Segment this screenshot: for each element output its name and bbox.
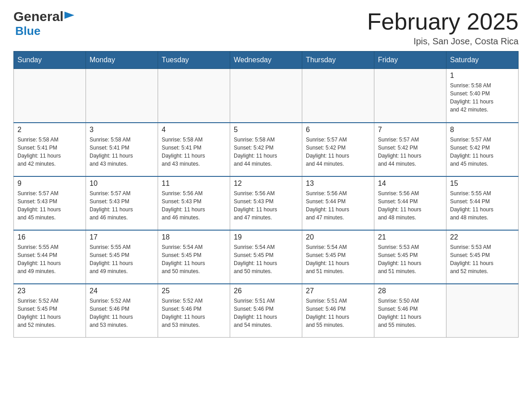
day-cell: 21Sunrise: 5:53 AMSunset: 5:45 PMDayligh… (374, 230, 446, 284)
days-of-week-row: Sunday Monday Tuesday Wednesday Thursday… (14, 51, 519, 69)
day-cell: 6Sunrise: 5:57 AMSunset: 5:42 PMDaylight… (302, 123, 374, 176)
day-cell: 24Sunrise: 5:52 AMSunset: 5:46 PMDayligh… (86, 284, 158, 338)
day-cell: 13Sunrise: 5:56 AMSunset: 5:44 PMDayligh… (302, 176, 374, 230)
week-row-5: 23Sunrise: 5:52 AMSunset: 5:45 PMDayligh… (14, 284, 519, 338)
day-cell: 14Sunrise: 5:56 AMSunset: 5:44 PMDayligh… (374, 176, 446, 230)
day-cell: 19Sunrise: 5:54 AMSunset: 5:45 PMDayligh… (230, 230, 302, 284)
week-row-1: 1Sunrise: 5:58 AMSunset: 5:40 PMDaylight… (14, 69, 519, 123)
day-info: Sunrise: 5:55 AMSunset: 5:45 PMDaylight:… (90, 243, 154, 275)
day-info: Sunrise: 5:51 AMSunset: 5:46 PMDaylight:… (306, 297, 370, 329)
title-area: February 2025 Ipis, San Jose, Costa Rica (367, 9, 519, 47)
day-cell: 20Sunrise: 5:54 AMSunset: 5:45 PMDayligh… (302, 230, 374, 284)
week-row-3: 9Sunrise: 5:57 AMSunset: 5:43 PMDaylight… (14, 176, 519, 230)
day-number: 10 (90, 180, 154, 188)
col-tuesday: Tuesday (158, 51, 230, 69)
day-number: 25 (162, 287, 226, 295)
location: Ipis, San Jose, Costa Rica (367, 36, 519, 47)
day-cell: 3Sunrise: 5:58 AMSunset: 5:41 PMDaylight… (86, 123, 158, 176)
day-number: 5 (234, 126, 298, 134)
day-info: Sunrise: 5:57 AMSunset: 5:42 PMDaylight:… (378, 136, 442, 168)
day-cell: 25Sunrise: 5:52 AMSunset: 5:46 PMDayligh… (158, 284, 230, 338)
day-info: Sunrise: 5:54 AMSunset: 5:45 PMDaylight:… (162, 243, 226, 275)
day-number: 20 (306, 233, 370, 241)
col-thursday: Thursday (302, 51, 374, 69)
day-cell: 8Sunrise: 5:57 AMSunset: 5:42 PMDaylight… (446, 123, 519, 176)
day-cell: 18Sunrise: 5:54 AMSunset: 5:45 PMDayligh… (158, 230, 230, 284)
day-info: Sunrise: 5:54 AMSunset: 5:45 PMDaylight:… (234, 243, 298, 275)
day-info: Sunrise: 5:58 AMSunset: 5:41 PMDaylight:… (90, 136, 154, 168)
day-number: 8 (450, 126, 515, 134)
day-cell: 4Sunrise: 5:58 AMSunset: 5:41 PMDaylight… (158, 123, 230, 176)
calendar-body: 1Sunrise: 5:58 AMSunset: 5:40 PMDaylight… (14, 69, 519, 338)
day-info: Sunrise: 5:50 AMSunset: 5:46 PMDaylight:… (378, 297, 442, 329)
day-info: Sunrise: 5:52 AMSunset: 5:46 PMDaylight:… (90, 297, 154, 329)
day-cell: 17Sunrise: 5:55 AMSunset: 5:45 PMDayligh… (86, 230, 158, 284)
day-cell (302, 69, 374, 123)
day-number: 21 (378, 233, 442, 241)
page-header: General Blue February 2025 Ipis, San Jos… (13, 9, 519, 47)
day-number: 18 (162, 233, 226, 241)
day-cell: 2Sunrise: 5:58 AMSunset: 5:41 PMDaylight… (14, 123, 86, 176)
day-number: 27 (306, 287, 370, 295)
day-info: Sunrise: 5:58 AMSunset: 5:41 PMDaylight:… (17, 136, 82, 168)
month-title: February 2025 (367, 9, 519, 34)
day-info: Sunrise: 5:57 AMSunset: 5:43 PMDaylight:… (17, 189, 82, 222)
day-cell: 23Sunrise: 5:52 AMSunset: 5:45 PMDayligh… (14, 284, 86, 338)
day-cell: 1Sunrise: 5:58 AMSunset: 5:40 PMDaylight… (446, 69, 519, 123)
week-row-4: 16Sunrise: 5:55 AMSunset: 5:44 PMDayligh… (14, 230, 519, 284)
day-info: Sunrise: 5:51 AMSunset: 5:46 PMDaylight:… (234, 297, 298, 329)
calendar-table: Sunday Monday Tuesday Wednesday Thursday… (13, 51, 519, 338)
day-number: 22 (450, 233, 515, 241)
logo-blue-text: Blue (15, 24, 40, 38)
day-cell: 9Sunrise: 5:57 AMSunset: 5:43 PMDaylight… (14, 176, 86, 230)
day-cell: 27Sunrise: 5:51 AMSunset: 5:46 PMDayligh… (302, 284, 374, 338)
day-number: 9 (17, 180, 82, 188)
day-number: 28 (378, 287, 442, 295)
day-cell: 28Sunrise: 5:50 AMSunset: 5:46 PMDayligh… (374, 284, 446, 338)
day-info: Sunrise: 5:58 AMSunset: 5:41 PMDaylight:… (162, 136, 226, 168)
day-cell (14, 69, 86, 123)
day-info: Sunrise: 5:52 AMSunset: 5:46 PMDaylight:… (162, 297, 226, 329)
day-cell (446, 284, 519, 338)
day-info: Sunrise: 5:56 AMSunset: 5:43 PMDaylight:… (162, 189, 226, 222)
day-number: 4 (162, 126, 226, 134)
day-info: Sunrise: 5:57 AMSunset: 5:42 PMDaylight:… (450, 136, 515, 168)
day-cell: 26Sunrise: 5:51 AMSunset: 5:46 PMDayligh… (230, 284, 302, 338)
day-cell: 22Sunrise: 5:53 AMSunset: 5:45 PMDayligh… (446, 230, 519, 284)
day-info: Sunrise: 5:53 AMSunset: 5:45 PMDaylight:… (450, 243, 515, 275)
day-cell: 16Sunrise: 5:55 AMSunset: 5:44 PMDayligh… (14, 230, 86, 284)
day-cell: 15Sunrise: 5:55 AMSunset: 5:44 PMDayligh… (446, 176, 519, 230)
day-cell: 12Sunrise: 5:56 AMSunset: 5:43 PMDayligh… (230, 176, 302, 230)
day-cell: 7Sunrise: 5:57 AMSunset: 5:42 PMDaylight… (374, 123, 446, 176)
day-number: 14 (378, 180, 442, 188)
day-info: Sunrise: 5:56 AMSunset: 5:44 PMDaylight:… (306, 189, 370, 222)
col-sunday: Sunday (14, 51, 86, 69)
col-wednesday: Wednesday (230, 51, 302, 69)
day-info: Sunrise: 5:54 AMSunset: 5:45 PMDaylight:… (306, 243, 370, 275)
day-info: Sunrise: 5:53 AMSunset: 5:45 PMDaylight:… (378, 243, 442, 275)
day-info: Sunrise: 5:55 AMSunset: 5:44 PMDaylight:… (17, 243, 82, 275)
day-number: 1 (450, 72, 515, 80)
day-number: 17 (90, 233, 154, 241)
calendar-header: Sunday Monday Tuesday Wednesday Thursday… (14, 51, 519, 69)
day-number: 6 (306, 126, 370, 134)
col-monday: Monday (86, 51, 158, 69)
col-saturday: Saturday (446, 51, 519, 69)
day-number: 2 (17, 126, 82, 134)
day-number: 23 (17, 287, 82, 295)
logo-general-text: General (13, 9, 64, 24)
svg-marker-0 (64, 12, 74, 19)
day-cell (158, 69, 230, 123)
day-number: 26 (234, 287, 298, 295)
day-number: 13 (306, 180, 370, 188)
logo: General Blue (13, 9, 74, 38)
day-cell: 11Sunrise: 5:56 AMSunset: 5:43 PMDayligh… (158, 176, 230, 230)
day-number: 16 (17, 233, 82, 241)
day-info: Sunrise: 5:56 AMSunset: 5:44 PMDaylight:… (378, 189, 442, 222)
day-cell (230, 69, 302, 123)
day-cell (86, 69, 158, 123)
day-cell (374, 69, 446, 123)
day-info: Sunrise: 5:55 AMSunset: 5:44 PMDaylight:… (450, 189, 515, 222)
day-info: Sunrise: 5:57 AMSunset: 5:42 PMDaylight:… (306, 136, 370, 168)
col-friday: Friday (374, 51, 446, 69)
